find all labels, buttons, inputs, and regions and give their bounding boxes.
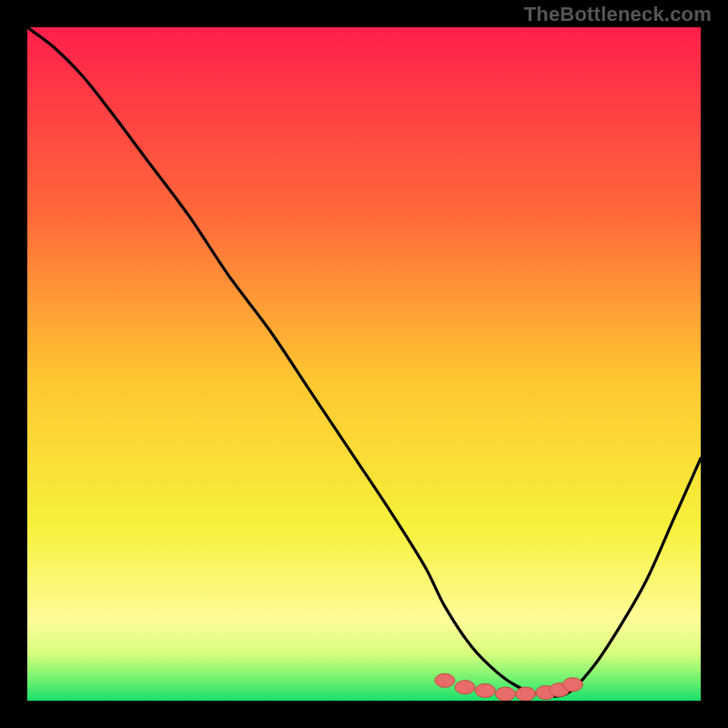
marker-dot xyxy=(455,681,475,694)
marker-dot xyxy=(435,673,455,687)
chart-frame: TheBottleneck.com xyxy=(0,0,728,728)
gradient-background xyxy=(27,27,701,701)
marker-dot xyxy=(562,678,582,692)
marker-dot xyxy=(475,683,495,697)
plot-area xyxy=(27,27,701,701)
watermark-text: TheBottleneck.com xyxy=(524,3,712,26)
marker-dot xyxy=(495,687,515,701)
chart-svg xyxy=(27,27,701,701)
marker-dot xyxy=(516,687,536,701)
